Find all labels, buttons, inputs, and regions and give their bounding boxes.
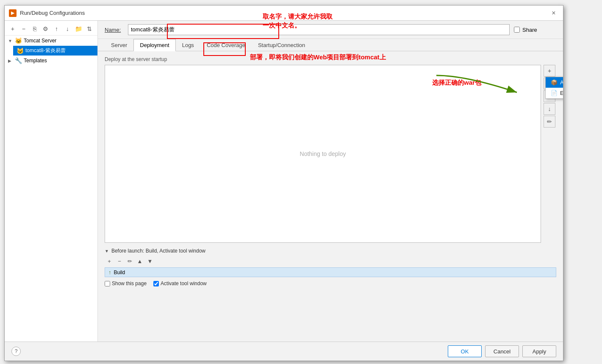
sidebar: + − ⎘ ⚙ ↑ ↓ 📁 ⇅ ▼ 🐱 Tomcat Server 🐱 tomc… [5,21,98,342]
help-button[interactable]: ? [11,347,21,356]
tabs-row: Server Deployment Logs Code Coverage Sta… [98,39,563,51]
bl-down-button[interactable]: ▼ [145,256,155,266]
show-page-checkbox[interactable] [105,281,110,286]
name-label: Name: [105,27,124,33]
deploy-add-button[interactable]: + [544,65,555,77]
run-debug-dialog: ▶ Run/Debug Configurations × + − ⎘ ⚙ ↑ ↓… [4,5,563,361]
share-label: Share [522,27,537,33]
build-label: Build [114,270,125,275]
title-bar-left: ▶ Run/Debug Configurations [9,9,85,17]
tab-logs[interactable]: Logs [176,39,200,51]
external-source-icon: 📄 [551,90,558,96]
deploy-container: Nothing to deploy + − ↑ ↓ ✏ 📦 Artifact..… [105,65,541,243]
share-row: Share [514,27,556,33]
dialog-footer: ? OK Cancel Apply [5,342,563,361]
bl-up-button[interactable]: ▲ [135,256,144,266]
tomcat-server-children: 🐱 tomcat8-紫炎易蕾 [5,46,97,56]
name-row: Name: Share [98,21,563,39]
copy-config-button[interactable]: ⎘ [30,24,39,33]
settings-config-button[interactable]: ⚙ [41,24,50,33]
add-config-button[interactable]: + [8,24,17,33]
nothing-to-deploy-text: Nothing to deploy [300,150,346,157]
chevron-down-icon: ▼ [8,39,13,43]
deploy-area: Nothing to deploy [105,65,541,243]
folder-config-button[interactable]: 📁 [74,24,83,33]
close-button[interactable]: × [549,8,559,18]
before-launch-toolbar: + − ✏ ▲ ▼ [105,256,556,266]
footer-left: ? [11,347,21,356]
dropdown-menu: 📦 Artifact... 📄 External Source... [545,77,563,99]
tomcat-child-label: tomcat8-紫炎易蕾 [25,47,66,54]
deploy-section-label: Deploy at the server startup [105,56,556,62]
dialog-title: Run/Debug Configurations [20,10,85,16]
share-checkbox[interactable] [514,27,520,33]
cancel-button[interactable]: Cancel [485,345,519,357]
activate-tool-window-checkbox[interactable] [153,281,159,286]
activate-tool-window-item: Activate tool window [153,281,207,286]
footer-right: OK Cancel Apply [448,345,556,357]
main-content: Name: Share Server Deployment Logs Code … [98,21,563,342]
checkboxes-row: Show this page Activate tool window [105,281,556,286]
dropdown-item-artifact[interactable]: 📦 Artifact... [546,77,563,88]
dialog-icon: ▶ [9,9,17,17]
tab-deployment[interactable]: Deployment [133,39,175,51]
artifact-icon: 📦 [551,79,558,86]
collapse-triangle-icon: ▼ [105,249,109,253]
tomcat-icon: 🐱 [15,37,22,44]
dialog-body: + − ⎘ ⚙ ↑ ↓ 📁 ⇅ ▼ 🐱 Tomcat Server 🐱 tomc… [5,21,563,342]
build-row: ↑ Build [105,267,556,277]
build-icon: ↑ [108,269,111,275]
tomcat-server-group[interactable]: ▼ 🐱 Tomcat Server [5,36,97,46]
chevron-right-icon: ▶ [8,58,13,63]
before-launch-section: ▼ Before launch: Build, Activate tool wi… [105,248,556,286]
name-input[interactable] [128,24,510,35]
show-page-item: Show this page [105,281,147,286]
ok-button[interactable]: OK [448,345,482,357]
move-up-config-button[interactable]: ↑ [52,24,61,33]
sort-config-button[interactable]: ⇅ [85,24,94,33]
sidebar-item-tomcat-child[interactable]: 🐱 tomcat8-紫炎易蕾 [13,46,97,56]
tab-server[interactable]: Server [105,39,133,51]
before-launch-label: Before launch: Build, Activate tool wind… [111,248,205,254]
templates-icon: 🔧 [15,57,22,64]
remove-config-button[interactable]: − [19,24,28,33]
title-bar: ▶ Run/Debug Configurations × [5,6,563,21]
tab-content-deployment: Deploy at the server startup Nothing to … [98,51,563,342]
templates-group[interactable]: ▶ 🔧 Templates [5,56,97,66]
bl-edit-button[interactable]: ✏ [125,256,134,266]
dropdown-item-external-source[interactable]: 📄 External Source... [546,88,563,98]
tomcat-server-label: Tomcat Server [24,38,56,44]
templates-label: Templates [24,58,47,64]
activate-tool-window-label: Activate tool window [161,281,207,286]
bl-add-button[interactable]: + [105,256,114,266]
tomcat-child-icon: 🐱 [17,47,24,54]
deploy-move-down-button[interactable]: ↓ [544,103,555,115]
deploy-edit-button[interactable]: ✏ [544,116,555,128]
bl-remove-button[interactable]: − [115,256,124,266]
show-page-label: Show this page [112,281,147,286]
sidebar-toolbar: + − ⎘ ⚙ ↑ ↓ 📁 ⇅ [5,22,97,36]
move-down-config-button[interactable]: ↓ [63,24,72,33]
before-launch-header: ▼ Before launch: Build, Activate tool wi… [105,248,556,254]
tab-startup[interactable]: Startup/Connection [252,39,311,51]
tab-code-coverage[interactable]: Code Coverage [200,39,252,51]
apply-button[interactable]: Apply [522,345,556,357]
